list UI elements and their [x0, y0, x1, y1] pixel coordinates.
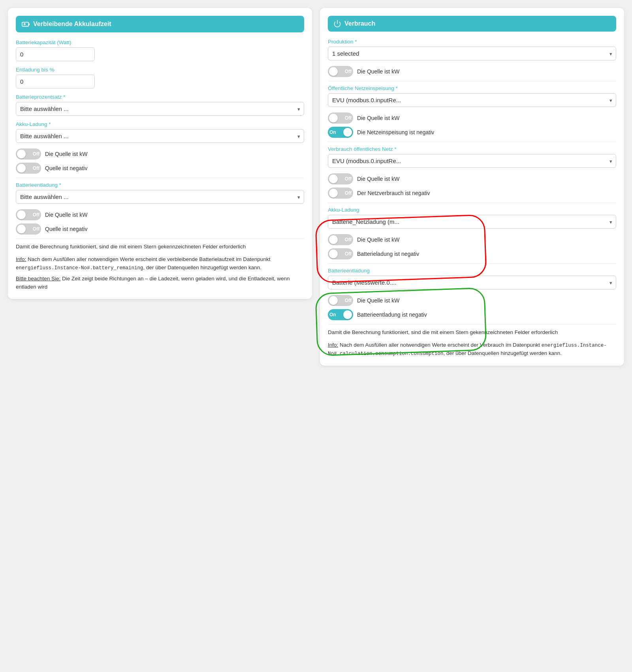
toggle-label-a1: Off	[339, 234, 353, 245]
produktion-select[interactable]: 1 selected	[328, 47, 616, 60]
toggle-knob-e1	[329, 296, 338, 305]
batterieentladung-group-right: Batterieentladung Batterie (Messwerte.0.…	[328, 268, 616, 289]
toggle-label-e2-on: On	[328, 309, 342, 320]
toggle-knob-v2	[329, 189, 338, 197]
verbrauch-select[interactable]: EVU (modbus.0.inputRe...	[328, 154, 616, 168]
toggle-label-v1: Off	[339, 173, 353, 184]
toggle-produktion-kw[interactable]: Off	[328, 66, 353, 77]
toggle-label-a2: Off	[339, 248, 353, 259]
info-note3-left: Bitte beachten Sie: Die Zeit zeigt beide…	[16, 275, 304, 291]
produktion-group: Produktion * 1 selected	[328, 39, 616, 60]
oeffentliche-label: Öffentliche Netzeinspeisung *	[328, 85, 616, 91]
required-fields-note-left: Damit die Berechnung funktioniert, sind …	[16, 243, 304, 251]
toggle-text-batterieladung-negativ: Batterieladung ist negativ	[357, 251, 419, 257]
separator2	[16, 238, 304, 239]
batterieentladung-select-right[interactable]: Batterie (Messwerte.0....	[328, 276, 616, 289]
required-fields-note-right: Damit die Berechnung funktioniert, sind …	[328, 328, 616, 336]
sep-r1	[328, 81, 616, 81]
oeffentliche-select[interactable]: EVU (modbus.0.inputRe...	[328, 93, 616, 107]
batterieprozentsatz-select[interactable]: Bitte auswählen ...	[16, 102, 304, 116]
produktion-select-wrap: 1 selected	[328, 47, 616, 60]
sep-r4	[328, 263, 616, 264]
toggle-text-produktion-kw: Die Quelle ist kW	[357, 68, 399, 75]
toggle-text-akku-kw: Die Quelle ist kW	[357, 237, 399, 243]
toggle-text-netzeinspeisung-negativ: Die Netzeinspeisung ist negativ	[357, 129, 434, 135]
toggle-netzverbrauch-negativ[interactable]: Off	[328, 188, 353, 199]
akku-ladung-group-left: Akku-Ladung * Bitte auswählen ...	[16, 121, 304, 143]
separator1	[16, 178, 304, 178]
batterieentladung-select-left[interactable]: Bitte auswählen ...	[16, 190, 304, 204]
toggle-quelle-kw-left1[interactable]: Off	[16, 148, 41, 160]
toggle-row-akku-kw: Off Die Quelle ist kW	[328, 234, 616, 245]
batterieentladung-group-left: Batterieentladung * Bitte auswählen ...	[16, 182, 304, 204]
sep-r5	[328, 324, 616, 325]
power-icon	[333, 20, 341, 28]
toggle-verbrauch-kw[interactable]: Off	[328, 173, 353, 184]
toggle-row-quelle-kw-left2: Off Die Quelle ist kW	[16, 209, 304, 220]
entladung-group: Entladung bis % ▲ ▼	[16, 67, 304, 88]
toggle-row-batterieentladung-negativ: On Batterieentladung ist negativ	[328, 309, 616, 320]
toggle-text-batterieentladung-negativ: Batterieentladung ist negativ	[357, 312, 427, 318]
toggle-quelle-negativ-left2[interactable]: Off	[16, 223, 41, 235]
verbrauch-group: Verbrauch öffentliches Netz * EVU (modbu…	[328, 146, 616, 168]
akku-ladung-select-wrap-left: Bitte auswählen ...	[16, 129, 304, 143]
toggle-knob2	[17, 164, 26, 173]
left-card-header: Verbleibende Akkulaufzeit	[16, 16, 304, 32]
entladung-input[interactable]	[16, 75, 95, 88]
toggle-knob-v1	[329, 175, 338, 183]
toggle-label-off2: Off	[27, 163, 41, 174]
toggle-knob-a2	[329, 250, 338, 258]
batterieprozentsatz-group: Batterieprozentsatz * Bitte auswählen ..…	[16, 94, 304, 116]
akku-ladung-label-left: Akku-Ladung *	[16, 121, 304, 127]
toggle-knob-p1	[329, 67, 338, 76]
toggle-row-netzeinspeisung-negativ: On Die Netzeinspeisung ist negativ	[328, 127, 616, 138]
toggle-knob-e2	[343, 310, 352, 319]
toggle-row-batterieladung-negativ: Off Batterieladung ist negativ	[328, 248, 616, 259]
akku-ladung-select-left[interactable]: Bitte auswählen ...	[16, 129, 304, 143]
toggle-row-oeffentliche-kw: Off Die Quelle ist kW	[328, 113, 616, 124]
batterieentladung-label-left: Batterieentladung *	[16, 182, 304, 188]
produktion-label: Produktion *	[328, 39, 616, 45]
toggle-oeffentliche-kw[interactable]: Off	[328, 113, 353, 124]
info-prefix-right: Info:	[328, 342, 338, 348]
oeffentliche-select-wrap: EVU (modbus.0.inputRe...	[328, 93, 616, 107]
verbrauch-label: Verbrauch öffentliches Netz *	[328, 146, 616, 152]
toggle-quelle-kw-left2[interactable]: Off	[16, 209, 41, 220]
toggle-quelle-negativ-left1[interactable]: Off	[16, 163, 41, 174]
toggle-knob	[17, 150, 26, 158]
battery-icon	[21, 20, 30, 28]
akku-ladung-select-wrap-right: Batterie_Netzladung (m...	[328, 215, 616, 229]
toggle-label-on1: On	[328, 127, 342, 138]
toggle-text-quelle-negativ-left1: Quelle ist negativ	[45, 165, 87, 171]
batteriekapazitaet-label: Batteriekapazität (Watt)	[16, 39, 304, 45]
batteriekapazitaet-input[interactable]	[16, 48, 95, 60]
akku-ladung-select-right[interactable]: Batterie_Netzladung (m...	[328, 215, 616, 229]
toggle-text-verbrauch-kw: Die Quelle ist kW	[357, 176, 399, 182]
toggle-label-off3: Off	[27, 209, 41, 220]
batterieprozentsatz-label: Batterieprozentsatz *	[16, 94, 304, 100]
left-card: Verbleibende Akkulaufzeit Batteriekapazi…	[8, 8, 312, 299]
right-card-header: Verbrauch	[328, 16, 616, 32]
toggle-knob-a1	[329, 235, 338, 244]
toggle-knob4	[17, 225, 26, 233]
batterieentladung-label-right: Batterieentladung	[328, 268, 616, 274]
toggle-text-entladung-kw: Die Quelle ist kW	[357, 297, 399, 304]
toggle-knob-o1	[329, 114, 338, 122]
right-card-title: Verbrauch	[344, 20, 375, 27]
sep-r2	[328, 142, 616, 142]
toggle-knob3	[17, 210, 26, 219]
toggle-batterieentladung-negativ[interactable]: On	[328, 309, 353, 320]
toggle-row-quelle-negativ-left1: Off Quelle ist negativ	[16, 163, 304, 174]
left-card-title: Verbleibende Akkulaufzeit	[33, 21, 111, 28]
toggle-batterieladung-negativ[interactable]: Off	[328, 248, 353, 259]
batterieentladung-select-wrap-left: Bitte auswählen ...	[16, 190, 304, 204]
toggle-entladung-kw[interactable]: Off	[328, 295, 353, 306]
toggle-text-quelle-kw-left2: Die Quelle ist kW	[45, 212, 87, 218]
toggle-netzeinspeisung-negativ[interactable]: On	[328, 127, 353, 138]
toggle-text-quelle-negativ-left2: Quelle ist negativ	[45, 226, 87, 232]
toggle-akku-kw[interactable]: Off	[328, 234, 353, 245]
entladung-input-wrap: ▲ ▼	[16, 75, 95, 88]
right-card: 1 2 Verbrauch Produktion * 1 selected Of…	[320, 8, 624, 366]
toggle-text-netzverbrauch-negativ: Der Netzverbrauch ist negativ	[357, 190, 430, 196]
toggle-row-produktion-kw: Off Die Quelle ist kW	[328, 66, 616, 77]
